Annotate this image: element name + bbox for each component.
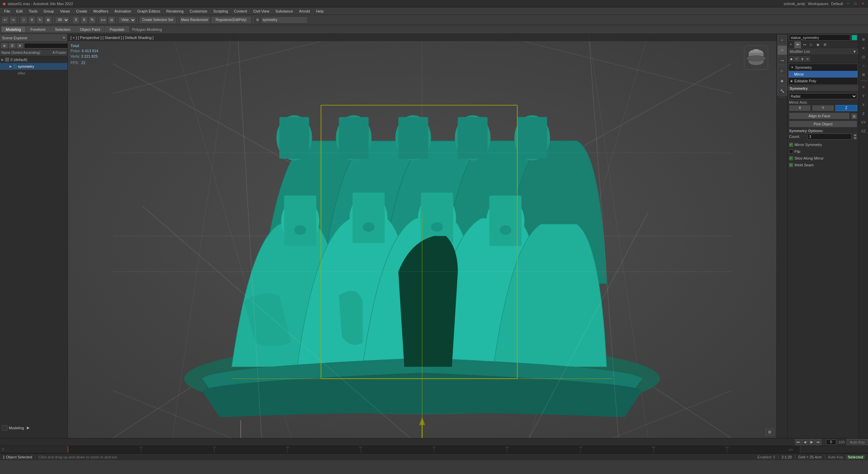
vp-maximize-btn[interactable]: ⊞ [766,429,774,435]
mod-item-mirror[interactable]: Mirror [789,71,857,78]
mod-item-symmetry[interactable]: ▼ Symmetry [789,64,857,71]
scale-button[interactable]: ⊠ [44,16,52,24]
count-spinner-value[interactable]: 3 [807,133,852,140]
menu-arnold[interactable]: Arnold [296,8,313,14]
regularize-btn[interactable]: Regularize(EditPoly) [211,16,252,24]
far-right-icon-9[interactable]: Z [860,109,868,118]
menu-scripting[interactable]: Scripting [211,8,231,14]
mode-dropdown[interactable]: All [55,17,69,23]
select-button[interactable]: ⊹ [20,16,27,24]
navigation-cube[interactable]: TOP [743,44,770,71]
far-right-icon-11[interactable]: XZ [860,127,868,135]
material-color[interactable] [2,425,7,431]
far-right-icon-4[interactable]: ☆ [860,62,868,70]
tab-modeling[interactable]: Modeling [1,26,25,32]
menu-tools[interactable]: Tools [26,8,40,14]
snap-toggle[interactable]: S [72,16,80,24]
mod-tab-utilities[interactable]: ⊞ [822,41,828,48]
far-right-icon-5[interactable]: ⊞ [860,70,868,79]
tab-freeform[interactable]: Freeform [26,26,50,32]
mod-stack-vis-toggle[interactable]: ◉ [789,57,794,61]
mirror-type-dropdown[interactable]: Radial [789,93,857,99]
count-spinner-arrows[interactable]: ▲ ▼ [853,133,857,140]
object-name-input[interactable]: statue_symmetry [789,35,850,41]
menu-customize[interactable]: Customize [187,8,210,14]
display-tab-icon[interactable]: ◉ [777,76,787,85]
create-selection-set[interactable]: Create Selection Set [139,16,176,24]
workspaces-label[interactable]: Workspaces [808,2,828,6]
current-frame-input[interactable] [826,439,836,445]
play-prev-key[interactable]: ⏮ [795,439,801,445]
move-button[interactable]: ✛ [28,16,36,24]
play-prev[interactable]: ◀ [802,439,808,445]
menu-edit[interactable]: Edit [14,8,25,14]
slice-along-mirror-checkbox[interactable]: ✓ [789,156,793,160]
mod-stack-active-toggle[interactable]: ✏ [794,57,799,61]
scene-item-symmetry[interactable]: ▶ ⬡ symmetry [0,63,67,70]
weld-seam-checkbox[interactable]: ✓ [789,163,793,167]
scene-explorer-close[interactable]: ✕ [62,36,65,40]
menu-file[interactable]: File [1,8,13,14]
angle-snap[interactable]: A [80,16,88,24]
scene-search-input[interactable] [24,43,69,48]
create-tab-icon[interactable]: + [777,35,787,45]
menu-graph-editors[interactable]: Graph Editors [135,8,163,14]
flip-checkbox[interactable] [789,149,793,153]
far-right-icon-1[interactable]: ⊕ [860,35,868,43]
scene-item-eflec[interactable]: eflec [0,70,67,77]
percent-snap[interactable]: % [88,16,96,24]
hierarchy-tab-icon[interactable]: ⊶ [777,56,787,65]
play-forward[interactable]: ▶ [809,439,815,445]
tab-object-paint[interactable]: Object Paint [76,26,105,32]
mod-tab-motion[interactable]: ▷ [808,41,815,48]
mod-tab-create[interactable]: + [788,41,794,48]
count-increment[interactable]: ▲ [853,133,857,137]
pick-object-btn[interactable]: Pick Object [789,121,857,127]
symmetry-input[interactable] [261,17,308,23]
scene-canvas[interactable]: TOP [68,34,776,438]
mod-item-editable-poly[interactable]: ▶ Editable Poly [789,78,857,84]
scene-filter-btn[interactable]: ⊕ [1,43,8,49]
axis-z-btn[interactable]: Z [835,105,857,111]
scene-item-default[interactable]: ▶ 0 (default) [0,56,67,63]
far-right-icon-7[interactable]: Y [860,92,868,100]
object-color-swatch[interactable] [852,35,857,40]
menu-civil-view[interactable]: Civil View [251,8,272,14]
mod-stack-delete-btn[interactable]: 🗑 [800,57,805,61]
align-to-face-btn[interactable]: Align to Face [789,112,850,119]
mod-tab-hierarchy[interactable]: ⊶ [801,41,808,48]
tab-selection[interactable]: Selection [51,26,75,32]
modifier-list-dropdown[interactable]: ▼ [853,49,856,54]
mass-randomizer-btn[interactable]: Mass Randomizer [179,16,210,24]
axis-y-btn[interactable]: Y [812,105,834,111]
mod-tab-display[interactable]: ◉ [815,41,822,48]
far-right-icon-10[interactable]: XY [860,118,868,126]
menu-help[interactable]: Help [313,8,327,14]
material-expand[interactable]: ▶ [27,426,29,430]
count-decrement[interactable]: ▼ [853,137,857,140]
mod-stack-options-btn[interactable]: ⊞ [805,57,810,61]
minimize-button[interactable]: ─ [846,1,850,6]
mirror-symmetry-checkbox[interactable]: ✓ [789,143,793,147]
main-viewport[interactable]: [ + ] [ Perspective ] [ Standard ] [ Def… [68,34,776,438]
redo-button[interactable]: ↪ [9,16,17,24]
align-button[interactable]: ⊟ [108,16,115,24]
play-next[interactable]: ⏭ [815,439,822,445]
scene-view-btn[interactable]: ☰ [8,43,16,49]
menu-substance[interactable]: Substance [273,8,296,14]
menu-views[interactable]: Views [57,8,73,14]
menu-animation[interactable]: Animation [112,8,134,14]
mod-tab-modify[interactable]: ✏ [794,41,801,48]
tab-populate[interactable]: Populate [105,26,129,32]
auto-key-button[interactable]: Auto Key [847,439,868,445]
menu-content[interactable]: Content [231,8,250,14]
axis-x-btn[interactable]: X [789,105,811,111]
menu-rendering[interactable]: Rendering [164,8,186,14]
default-workspace-label[interactable]: Default [831,2,843,6]
undo-button[interactable]: ↩ [1,16,9,24]
menu-create[interactable]: Create [73,8,90,14]
view-dropdown[interactable]: View [118,17,136,23]
menu-group[interactable]: Group [41,8,57,14]
modify-tab-icon[interactable]: ✏ [777,45,787,55]
close-button[interactable]: ✕ [861,1,865,6]
